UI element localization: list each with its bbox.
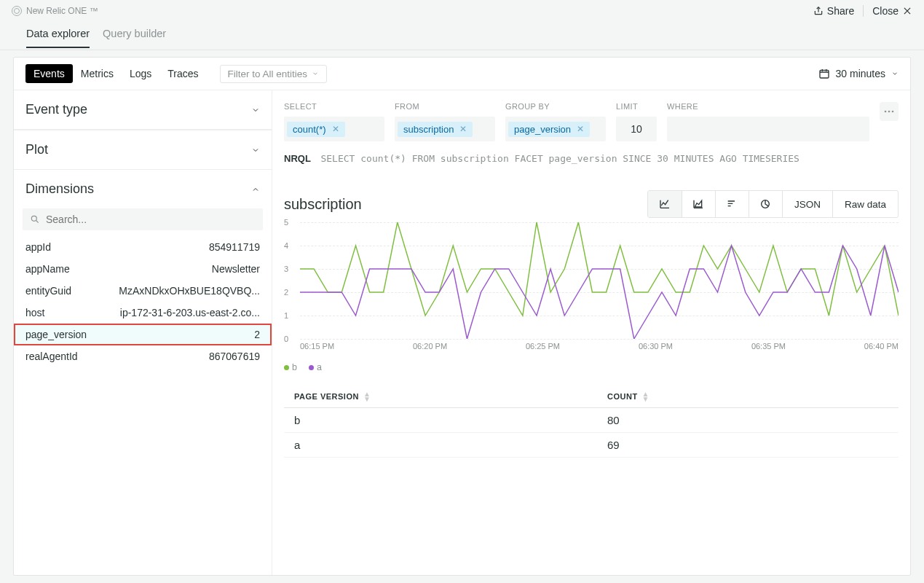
results-col-page-version[interactable]: PAGE VERSION ▲▼ bbox=[294, 391, 607, 402]
dimension-row[interactable]: realAgentId867067619 bbox=[14, 345, 272, 367]
seg-events[interactable]: Events bbox=[25, 64, 73, 83]
query-builder-row: SELECT count(*) ✕ FROM subscription ✕ bbox=[284, 102, 899, 141]
data-type-tabs: Events Metrics Logs Traces bbox=[25, 64, 207, 83]
dimensions-search[interactable] bbox=[23, 208, 263, 230]
group-label: GROUP BY bbox=[505, 102, 606, 111]
group-chip-text: page_version bbox=[514, 124, 571, 135]
table-row[interactable]: b80 bbox=[284, 408, 899, 433]
brand-logo-icon bbox=[12, 6, 22, 16]
legend-item[interactable]: a bbox=[309, 362, 322, 372]
table-row[interactable]: a69 bbox=[284, 433, 899, 458]
event-type-title: Event type bbox=[25, 102, 87, 117]
chart: 012345 06:15 PM06:20 PM06:25 PM06:30 PM0… bbox=[284, 222, 899, 353]
app-header: New Relic ONE ™ Share Close Data explore… bbox=[0, 0, 924, 50]
chevron-up-icon bbox=[251, 185, 260, 194]
limit-box[interactable]: 10 bbox=[616, 117, 657, 141]
chevron-down-icon bbox=[891, 70, 899, 77]
x-tick: 06:20 PM bbox=[413, 342, 447, 353]
chevron-down-icon bbox=[251, 106, 260, 114]
chart-plot bbox=[300, 222, 899, 339]
from-box[interactable]: subscription ✕ bbox=[395, 117, 495, 141]
x-tick: 06:40 PM bbox=[864, 342, 899, 353]
brand-text: New Relic ONE ™ bbox=[26, 6, 98, 16]
pie-chart-icon bbox=[759, 198, 771, 210]
seg-metrics[interactable]: Metrics bbox=[73, 64, 122, 83]
dimension-key: appName bbox=[25, 263, 70, 275]
plot-section[interactable]: Plot bbox=[14, 130, 272, 169]
nrql-display: NRQL SELECT count(*) FROM subscription F… bbox=[284, 153, 899, 164]
x-tick: 06:30 PM bbox=[639, 342, 673, 353]
view-toolbar: JSON Raw data bbox=[647, 190, 899, 218]
group-box[interactable]: page_version ✕ bbox=[505, 117, 606, 141]
from-label: FROM bbox=[395, 102, 495, 111]
view-area-button[interactable] bbox=[682, 191, 715, 217]
seg-traces[interactable]: Traces bbox=[159, 64, 206, 83]
close-button[interactable]: Close bbox=[872, 5, 912, 17]
chevron-down-icon bbox=[251, 146, 260, 154]
select-chip[interactable]: count(*) ✕ bbox=[287, 122, 345, 137]
dimension-row[interactable]: appId854911719 bbox=[14, 236, 272, 258]
dimension-value: 854911719 bbox=[209, 241, 260, 253]
dimension-row[interactable]: page_version2 bbox=[14, 324, 272, 345]
entity-filter[interactable]: Filter to All entities bbox=[220, 65, 328, 83]
tab-query-builder[interactable]: Query builder bbox=[103, 23, 166, 48]
tab-data-explorer[interactable]: Data explorer bbox=[26, 23, 90, 48]
line-chart-icon bbox=[659, 198, 671, 210]
sidebar: Event type Plot Dimensions bbox=[14, 90, 272, 575]
event-type-section[interactable]: Event type bbox=[14, 90, 272, 129]
dimensions-search-input[interactable] bbox=[46, 214, 256, 225]
time-range-label: 30 minutes bbox=[836, 68, 885, 79]
more-button[interactable] bbox=[880, 102, 899, 121]
remove-icon[interactable]: ✕ bbox=[332, 124, 339, 134]
limit-label: LIMIT bbox=[616, 102, 657, 111]
brand: New Relic ONE ™ bbox=[12, 6, 98, 16]
group-chip[interactable]: page_version ✕ bbox=[508, 122, 590, 137]
dimension-key: page_version bbox=[25, 329, 87, 340]
results-col-count[interactable]: COUNT ▲▼ bbox=[607, 391, 649, 402]
dimension-value: 867067619 bbox=[209, 351, 260, 362]
where-label: WHERE bbox=[667, 102, 869, 111]
results-table: PAGE VERSION ▲▼ COUNT ▲▼ b80a69 bbox=[284, 391, 899, 458]
close-label: Close bbox=[872, 5, 899, 17]
dimension-row[interactable]: hostip-172-31-6-203.us-east-2.co... bbox=[14, 302, 272, 324]
dimension-key: host bbox=[25, 307, 44, 318]
bar-chart-icon bbox=[726, 198, 738, 210]
svg-point-3 bbox=[888, 111, 891, 113]
entity-filter-label: Filter to All entities bbox=[228, 69, 308, 79]
x-tick: 06:15 PM bbox=[300, 342, 334, 353]
dimension-value: MzAxNDkxOHxBUE18QVBQ... bbox=[119, 285, 260, 297]
search-icon bbox=[30, 214, 40, 224]
area-chart-icon bbox=[692, 198, 704, 210]
view-pie-button[interactable] bbox=[749, 191, 782, 217]
select-label: SELECT bbox=[284, 102, 384, 111]
view-bar-button[interactable] bbox=[715, 191, 749, 217]
remove-icon[interactable]: ✕ bbox=[459, 124, 467, 134]
remove-icon[interactable]: ✕ bbox=[577, 124, 584, 134]
share-button[interactable]: Share bbox=[813, 5, 854, 17]
cell-page-version: a bbox=[294, 439, 607, 451]
view-raw-button[interactable]: Raw data bbox=[832, 191, 898, 217]
select-box[interactable]: count(*) ✕ bbox=[284, 117, 384, 141]
from-chip-text: subscription bbox=[403, 124, 454, 135]
legend-item[interactable]: b bbox=[284, 362, 297, 372]
view-json-button[interactable]: JSON bbox=[782, 191, 832, 217]
svg-rect-0 bbox=[820, 70, 829, 78]
divider bbox=[863, 5, 864, 17]
time-range-picker[interactable]: 30 minutes bbox=[818, 68, 899, 79]
where-box[interactable] bbox=[667, 117, 869, 141]
cell-count: 80 bbox=[607, 414, 620, 426]
main-content: SELECT count(*) ✕ FROM subscription ✕ bbox=[272, 90, 910, 575]
dimension-row[interactable]: entityGuidMzAxNDkxOHxBUE18QVBQ... bbox=[14, 280, 272, 302]
from-chip[interactable]: subscription ✕ bbox=[398, 122, 473, 137]
nrql-query: SELECT count(*) FROM subscription FACET … bbox=[320, 153, 799, 164]
dimensions-section[interactable]: Dimensions bbox=[14, 170, 272, 208]
x-tick: 06:35 PM bbox=[751, 342, 786, 353]
dimension-key: entityGuid bbox=[25, 285, 71, 297]
chart-title: subscription bbox=[284, 196, 362, 213]
more-icon bbox=[884, 110, 894, 113]
seg-logs[interactable]: Logs bbox=[122, 64, 159, 83]
view-line-button[interactable] bbox=[648, 191, 682, 217]
dimension-row[interactable]: appNameNewsletter bbox=[14, 258, 272, 280]
nrql-label: NRQL bbox=[284, 153, 311, 164]
toolbar: Events Metrics Logs Traces Filter to All… bbox=[14, 58, 910, 90]
